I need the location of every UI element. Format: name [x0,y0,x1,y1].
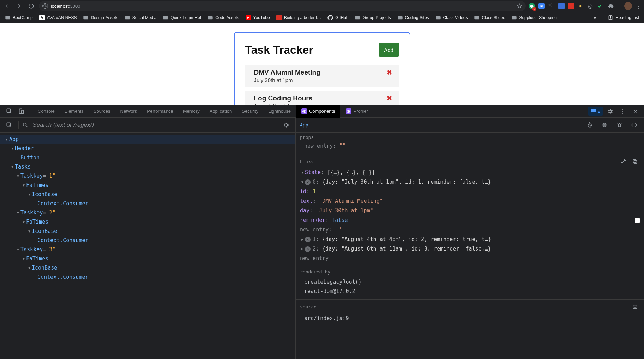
settings-icon[interactable] [604,106,616,117]
svg-point-15 [604,124,606,126]
tree-row[interactable]: ▾ Task key="3" [0,245,295,254]
ext-icon-6[interactable]: ✦ [578,3,584,9]
tab-application[interactable]: Application [205,105,237,118]
state-field: new entry: "" [300,225,640,235]
delete-task-icon[interactable]: ✖ [387,94,392,102]
component-details-panel: App props new entry: "" hooks ▾ State: [… [296,118,644,359]
tree-row[interactable]: ▾ Header [0,144,295,153]
bookmark-item[interactable]: Class Slides [472,14,507,22]
bookmark-item[interactable]: Supplies | Shopping [509,14,559,22]
bookmark-label: YouTube [253,15,270,20]
tree-row[interactable]: Context.Consumer [0,272,295,282]
bookmarks-overflow[interactable]: » [592,14,598,21]
component-tree[interactable]: ▾ App▾ Header Button▾ Tasks▾ Task key="1… [0,133,295,284]
tree-row[interactable]: Context.Consumer [0,199,295,208]
more-icon[interactable]: ⋮ [617,106,628,117]
bookmark-item[interactable]: Social Media [122,14,159,22]
close-icon[interactable] [630,106,641,117]
tree-row[interactable]: Context.Consumer [0,236,295,245]
tree-row[interactable]: ▾ IconBase [0,190,295,199]
tree-row[interactable]: ▾ Task key="1" [0,171,295,181]
tab-console[interactable]: Console [33,105,60,118]
reminder-checkbox[interactable] [635,218,640,223]
tree-row[interactable]: ▾ Task key="2" [0,208,295,217]
delete-entry-icon[interactable]: ✕ [305,180,311,185]
ext-icon-5[interactable] [568,3,574,9]
tree-row[interactable]: ▾ FaTimes [0,254,295,263]
select-element-icon[interactable] [4,119,15,131]
ext-icon-4[interactable] [558,3,565,9]
tab-memory[interactable]: Memory [178,105,205,118]
profile-avatar[interactable] [624,2,632,10]
tree-row[interactable]: ▾ FaTimes [0,181,295,190]
tab-performance[interactable]: Performance [142,105,178,118]
ext-icon-3[interactable]: {d} [548,3,555,9]
tab-elements[interactable]: Elements [60,105,89,118]
bookmark-item[interactable]: Coding Sites [395,14,431,22]
tab-lighthouse[interactable]: Lighthouse [263,105,296,118]
tree-row[interactable]: ▾ App [0,135,295,144]
bookmark-item[interactable]: Code Assets [205,14,241,22]
tab-security[interactable]: Security [237,105,263,118]
tab-network[interactable]: Network [115,105,142,118]
chrome-menu-icon[interactable]: ⋮ [636,2,642,10]
magic-wand-icon[interactable] [618,156,629,167]
delete-entry-icon[interactable]: ✕ [305,237,311,242]
tab-sources[interactable]: Sources [89,105,115,118]
extensions-puzzle-icon[interactable] [608,3,614,9]
copy-icon[interactable] [629,156,640,167]
bookmark-item[interactable]: ▶YouTube [243,14,272,22]
svg-point-13 [23,123,26,126]
forward-button[interactable] [14,1,24,11]
site-info-icon[interactable]: ⓘ [42,3,48,9]
bookmark-item[interactable]: AAVA VAN NESS [37,14,79,22]
tree-row[interactable]: ▾ IconBase [0,263,295,272]
stopwatch-icon[interactable] [584,119,595,131]
page-content: Task Tracker Add DMV Alumni MeetingJuly … [0,23,644,105]
device-toggle-icon[interactable] [16,106,27,117]
add-button[interactable]: Add [379,43,399,57]
task-item[interactable]: DMV Alumni MeetingJuly 30th at 1pm✖ [245,65,399,87]
tab-profiler[interactable]: Profiler [341,105,373,118]
tree-settings-icon[interactable] [281,119,292,131]
delete-entry-icon[interactable]: ✕ [305,246,311,252]
source-content: src/index.js:9 [296,313,644,326]
devtools-tabs: ConsoleElementsSourcesNetworkPerformance… [0,105,644,118]
issues-badge[interactable]: 2 [588,107,603,116]
tree-row[interactable]: ▾ IconBase [0,226,295,236]
ext-icon-7[interactable]: ◎ [588,3,594,9]
tab-components[interactable]: Components [296,105,340,118]
tree-row[interactable]: Button [0,153,295,162]
star-icon[interactable] [517,3,522,9]
ext-icon-8[interactable]: ✔ [598,3,604,9]
bookmark-label: Building a better f… [284,15,321,20]
reading-list[interactable]: Reading List [606,14,641,22]
bookmark-item[interactable]: Group Projects [353,14,393,22]
bookmark-item[interactable]: Class Videos [433,14,470,22]
tree-row[interactable]: ▾ FaTimes [0,217,295,226]
omnibox[interactable]: ⓘ localhost:3000 [39,1,526,11]
back-button[interactable] [2,1,12,11]
search-input[interactable] [32,121,277,129]
code-icon[interactable] [628,119,640,131]
bookmark-item[interactable]: Design-Assets [81,14,120,22]
eye-icon[interactable] [599,119,610,131]
extensions-menu-icon[interactable]: ≡ [618,3,621,9]
bookmark-item[interactable]: Building a better f… [274,14,323,22]
ext-icon-1[interactable]: ⬤2 [529,3,535,9]
bookmark-item[interactable]: Quick-Login-Ref [161,14,203,22]
tree-row[interactable]: ▾ Tasks [0,162,295,171]
bookmark-item[interactable]: BootCamp [3,14,35,22]
delete-task-icon[interactable]: ✖ [387,69,392,76]
reload-button[interactable] [26,1,36,11]
task-title: DMV Alumni Meeting [254,69,320,76]
task-title: Log Coding Hours [254,94,313,102]
expand-icon[interactable] [629,301,640,312]
bookmark-item[interactable]: GitHub [325,14,350,22]
task-item[interactable]: Log Coding HoursAugust 4th at 4pm✖ [245,91,399,105]
ext-icon-2[interactable]: ▣ [538,3,545,9]
inspect-icon[interactable] [4,106,15,117]
svg-point-16 [618,124,620,126]
bookmark-label: Class Slides [482,15,505,20]
bug-icon[interactable] [614,119,625,131]
